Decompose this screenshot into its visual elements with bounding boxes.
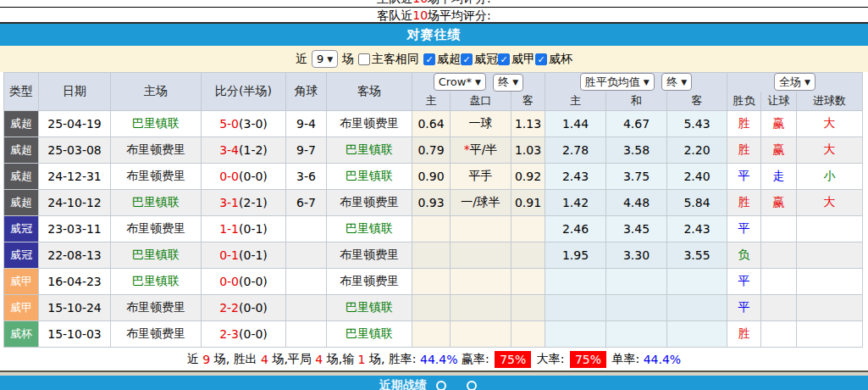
- checkbox-unchecked-icon[interactable]: [358, 53, 370, 65]
- mean-home: [545, 321, 606, 348]
- handicap-result: 赢: [761, 111, 797, 137]
- radio-icon[interactable]: [467, 381, 477, 390]
- corner-score: [286, 269, 327, 295]
- league-checkbox-威杯[interactable]: ✓威杯: [535, 52, 572, 67]
- summary-row: 近 9 场, 胜出 4 场,平局 4 场,输 1 场, 胜率: 44.4% 赢率…: [0, 348, 868, 372]
- home-team: 巴里镇联: [111, 111, 202, 137]
- odds-time-select[interactable]: 终▼: [493, 74, 523, 92]
- odds-away: [511, 269, 545, 295]
- chevron-down-icon: ▼: [804, 78, 810, 86]
- checkbox-checked-icon[interactable]: ✓: [498, 53, 510, 65]
- handicap: 一球: [451, 111, 511, 137]
- odds-home: [412, 242, 451, 269]
- away-rating-label: 客队近: [377, 8, 412, 22]
- summary-text: 9: [202, 353, 210, 366]
- period-select[interactable]: 全场▼: [774, 73, 815, 91]
- league-checkbox-威甲[interactable]: ✓威甲: [498, 52, 535, 67]
- handicap: [451, 242, 511, 269]
- result: 平: [727, 164, 761, 190]
- checkbox-checked-icon[interactable]: ✓: [535, 53, 547, 65]
- home-team: 巴里镇联: [111, 242, 202, 269]
- table-row: 威甲15-10-24布里顿费里2-2(0-0)巴里镇联平: [4, 295, 863, 321]
- league-checkbox-威超[interactable]: ✓威超: [423, 52, 461, 67]
- mean-draw: 3.75: [606, 164, 667, 190]
- match-date: 15-10-03: [39, 321, 111, 348]
- league-badge: 威冠: [4, 216, 39, 242]
- checkbox-checked-icon[interactable]: ✓: [423, 53, 435, 65]
- goals-result: [797, 242, 863, 269]
- chevron-down-icon: ▼: [512, 78, 518, 86]
- handicap: [451, 269, 511, 295]
- mean-draw: 4.48: [606, 190, 667, 216]
- match-date: 24-12-31: [39, 164, 111, 190]
- matches-label: 场: [342, 52, 354, 67]
- mean-home: 1.42: [545, 190, 606, 216]
- score: 0-0(0-0): [202, 269, 286, 295]
- mean-home: [545, 295, 606, 321]
- away-team: 巴里镇联: [327, 164, 412, 190]
- odds-home: [412, 295, 451, 321]
- table-row: 威超25-03-08布里顿费里3-4(1-2)9-7巴里镇联0.79*平/半1.…: [4, 137, 863, 164]
- away-team: 布里顿费里: [327, 269, 412, 295]
- sub-col-和: 和: [606, 92, 667, 111]
- mean-select[interactable]: 胜平负均值▼: [580, 73, 655, 91]
- summary-text: 44.4%: [420, 353, 457, 366]
- match-date: 24-10-12: [39, 190, 111, 216]
- checkbox-checked-icon[interactable]: ✓: [461, 53, 473, 65]
- radio-icon[interactable]: [436, 381, 446, 390]
- odds-home: [412, 216, 451, 242]
- corner-score: [286, 242, 327, 269]
- home-team: 布里顿费里: [111, 295, 202, 321]
- same-venue-label: 主客相同: [372, 52, 419, 67]
- bookmaker-value: Crow*: [439, 75, 472, 88]
- league-badge: 威超: [4, 164, 39, 190]
- mean-draw: [606, 269, 667, 295]
- mean-home: [545, 269, 606, 295]
- odds-home: 0.90: [412, 164, 451, 190]
- summary-text: 单率:: [608, 352, 644, 367]
- mean-away: 5.43: [667, 111, 727, 137]
- mean-draw: 3.45: [606, 216, 667, 242]
- odds-home: 0.79: [412, 137, 451, 164]
- away-team: 布里顿费里: [327, 242, 412, 269]
- filter-bar: 近 9 ▼ 场 主客相同 ✓威超✓威冠✓威甲✓威杯: [0, 46, 868, 72]
- handicap-result: [761, 295, 797, 321]
- result: 负: [727, 242, 761, 269]
- summary-text: 场,平局: [268, 352, 315, 367]
- handicap-result: [761, 321, 797, 348]
- chevron-down-icon: ▼: [681, 78, 687, 86]
- summary-text: 大率:: [533, 352, 568, 367]
- mean-time-select[interactable]: 终▼: [661, 73, 692, 91]
- match-date: 25-04-19: [39, 111, 111, 137]
- h2h-table: 类型 日期 主场 比分(半场) 角球 客场 Crow*▼ 终▼ 胜平负均值▼ 终…: [3, 72, 863, 348]
- home-team: 巴里镇联: [111, 190, 202, 216]
- handicap-result: [761, 242, 797, 269]
- bookmaker-select[interactable]: Crow*▼: [434, 73, 486, 91]
- home-team: 布里顿费里: [111, 164, 202, 190]
- league-label: 威杯: [549, 52, 572, 67]
- same-venue-checkbox[interactable]: 主客相同: [358, 52, 419, 67]
- match-date: 22-08-13: [39, 242, 111, 269]
- handicap: [451, 216, 511, 242]
- col-score: 比分(半场): [202, 73, 286, 111]
- goals-result: 大: [797, 190, 863, 216]
- league-badge: 威超: [4, 137, 39, 164]
- away-team: 布里顿费里: [327, 190, 412, 216]
- mean-away: [667, 269, 727, 295]
- mean-home: 2.43: [545, 164, 606, 190]
- sub-col-胜负: 胜负: [727, 92, 761, 111]
- home-team: 布里顿费里: [111, 216, 202, 242]
- result: 平: [727, 295, 761, 321]
- odds-home: 0.64: [412, 111, 451, 137]
- odds-away: 0.91: [511, 190, 545, 216]
- result: 平: [727, 269, 761, 295]
- odds-away: 0.92: [511, 164, 545, 190]
- match-count-select[interactable]: 9 ▼: [312, 50, 338, 68]
- mean-away: 2.43: [667, 216, 727, 242]
- away-team: 布里顿费里: [327, 111, 412, 137]
- result: 胜: [727, 137, 761, 164]
- league-checkbox-威冠[interactable]: ✓威冠: [461, 52, 498, 67]
- goals-result: 小: [797, 164, 863, 190]
- odds-away: [511, 295, 545, 321]
- home-team: 布里顿费里: [111, 321, 202, 348]
